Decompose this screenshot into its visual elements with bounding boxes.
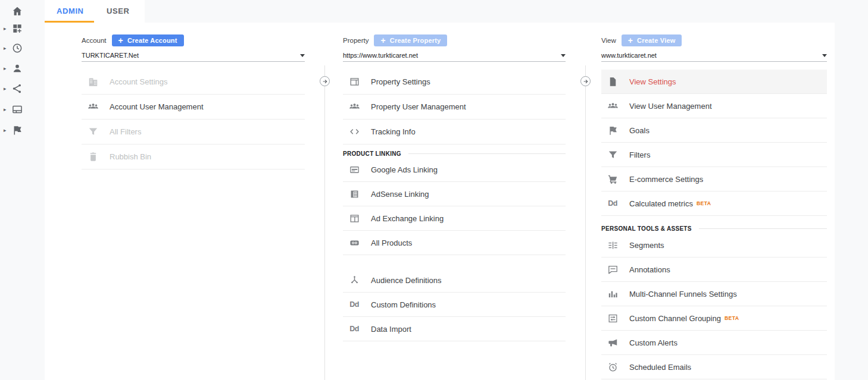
create-account-label: Create Account bbox=[127, 37, 177, 44]
menu-item-scheduled-emails[interactable]: Scheduled Emails bbox=[601, 355, 827, 379]
sidebar-item-conversions[interactable]: ▸ bbox=[4, 124, 42, 137]
go-to-view-arrow-button[interactable] bbox=[580, 76, 591, 86]
property-selected-value: https://www.turkticaret.net bbox=[343, 51, 418, 59]
section-header-label: PERSONAL TOOLS & ASSETS bbox=[601, 225, 692, 232]
alarm-clock-icon bbox=[607, 361, 619, 373]
create-property-button: + Create Property bbox=[374, 34, 447, 46]
menu-item-all-filters: All Filters bbox=[82, 120, 305, 145]
behavior-card-icon bbox=[11, 103, 23, 115]
menu-item-filters[interactable]: Filters bbox=[601, 143, 827, 167]
menu-item-data-import[interactable]: Dd Data Import bbox=[343, 317, 566, 341]
plus-icon: + bbox=[380, 36, 385, 45]
section-header-label: PRODUCT LINKING bbox=[343, 150, 401, 157]
menu-item-calculated-metrics[interactable]: Dd Calculated metrics BETA bbox=[601, 191, 827, 216]
view-selected-value: www.turkticaret.net bbox=[601, 51, 657, 59]
menu-item-tracking-info[interactable]: Tracking Info bbox=[343, 120, 566, 145]
channel-grouping-icon bbox=[607, 312, 619, 324]
all-products-icon bbox=[348, 237, 360, 249]
plus-icon: + bbox=[628, 36, 633, 45]
menu-item-view-user-management[interactable]: View User Management bbox=[601, 94, 827, 118]
menu-item-adsense-linking[interactable]: AdSense Linking bbox=[343, 182, 566, 206]
dd-dimensions-icon: Dd bbox=[607, 197, 619, 209]
menu-item-label: All Products bbox=[371, 238, 412, 247]
funnel-icon bbox=[87, 126, 99, 138]
view-selector-dropdown[interactable]: www.turkticaret.net bbox=[601, 51, 827, 62]
menu-item-label: Segments bbox=[629, 241, 664, 250]
active-tab-underline bbox=[45, 21, 94, 23]
customization-grid-icon bbox=[11, 23, 23, 34]
menu-item-property-user-management[interactable]: Property User Management bbox=[343, 95, 566, 120]
dropdown-caret-icon bbox=[300, 54, 305, 57]
tab-user[interactable]: USER bbox=[107, 0, 130, 21]
column-divider bbox=[324, 65, 325, 380]
sidebar-item-customization[interactable]: ▸ bbox=[4, 22, 42, 35]
chevron-right-icon: ▸ bbox=[4, 127, 10, 133]
property-selector-dropdown[interactable]: https://www.turkticaret.net bbox=[343, 51, 566, 62]
menu-item-label: View User Management bbox=[629, 102, 712, 111]
menu-item-account-user-management[interactable]: Account User Management bbox=[82, 95, 305, 120]
menu-item-ecommerce-settings[interactable]: E-commerce Settings bbox=[601, 167, 827, 191]
menu-item-multi-channel-funnels-settings[interactable]: Multi-Channel Funnels Settings bbox=[601, 282, 827, 306]
menu-item-segments[interactable]: Segments bbox=[601, 233, 827, 257]
speech-bubble-icon bbox=[607, 263, 619, 275]
menu-item-label: Property Settings bbox=[371, 77, 430, 86]
create-account-button[interactable]: + Create Account bbox=[112, 34, 184, 46]
ga-admin-page: ADMIN USER ▸ ▸ ▸ ▸ ▸ ▸ bbox=[0, 0, 868, 380]
ads-card-icon bbox=[348, 164, 360, 175]
document-icon bbox=[607, 76, 619, 87]
branch-icon bbox=[348, 274, 360, 286]
dropdown-caret-icon bbox=[822, 54, 827, 57]
conversions-flag-icon bbox=[11, 124, 23, 136]
building-icon bbox=[87, 76, 99, 88]
menu-item-label: Google Ads Linking bbox=[371, 165, 438, 174]
menu-item-label: Ad Exchange Linking bbox=[371, 214, 444, 223]
menu-item-all-products[interactable]: All Products bbox=[343, 231, 566, 255]
menu-item-label: View Settings bbox=[629, 77, 676, 86]
menu-item-goals[interactable]: Goals bbox=[601, 118, 827, 143]
megaphone-icon bbox=[607, 337, 619, 348]
chevron-right-icon: ▸ bbox=[4, 106, 10, 112]
menu-item-custom-alerts[interactable]: Custom Alerts bbox=[601, 331, 827, 355]
section-personal-tools: PERSONAL TOOLS & ASSETS bbox=[601, 224, 827, 233]
account-column-label: Account bbox=[82, 37, 107, 44]
plus-icon: + bbox=[118, 36, 123, 45]
realtime-clock-icon bbox=[11, 42, 23, 54]
menu-item-property-settings[interactable]: Property Settings bbox=[343, 70, 566, 95]
beta-badge: BETA bbox=[697, 200, 711, 206]
menu-item-view-settings[interactable]: View Settings bbox=[601, 70, 827, 94]
column-divider bbox=[585, 65, 586, 380]
menu-item-rubbish-bin: Rubbish Bin bbox=[82, 145, 305, 169]
section-header-rule bbox=[699, 228, 827, 229]
menu-item-audience-definitions[interactable]: Audience Definitions bbox=[343, 268, 566, 293]
menu-item-custom-definitions[interactable]: Dd Custom Definitions bbox=[343, 293, 566, 317]
sidebar-item-behaviour[interactable]: ▸ bbox=[4, 103, 42, 116]
menu-item-account-settings: Account Settings bbox=[82, 70, 305, 95]
chevron-right-icon: ▸ bbox=[4, 86, 10, 92]
sidebar-item-realtime[interactable]: ▸ bbox=[4, 42, 42, 55]
menu-item-custom-channel-grouping[interactable]: Custom Channel Grouping BETA bbox=[601, 306, 827, 331]
sidebar-item-audience[interactable]: ▸ bbox=[4, 62, 42, 75]
menu-item-label: AdSense Linking bbox=[371, 190, 429, 199]
shopping-cart-icon bbox=[607, 173, 619, 185]
menu-item-label: Data Import bbox=[371, 325, 411, 334]
menu-item-annotations[interactable]: Annotations bbox=[601, 257, 827, 282]
arrow-right-icon bbox=[583, 78, 589, 84]
section-product-linking: PRODUCT LINKING bbox=[343, 149, 566, 158]
sidebar-item-acquisition[interactable]: ▸ bbox=[4, 82, 42, 95]
menu-item-label: Property User Management bbox=[371, 102, 466, 111]
account-selector-dropdown[interactable]: TURKTICARET.Net bbox=[82, 51, 305, 62]
menu-item-google-ads-linking[interactable]: Google Ads Linking bbox=[343, 158, 566, 182]
menu-item-ad-exchange-linking[interactable]: Ad Exchange Linking bbox=[343, 206, 566, 231]
section-header-rule bbox=[408, 153, 566, 154]
menu-item-label: Multi-Channel Funnels Settings bbox=[629, 290, 737, 299]
menu-item-label: Filters bbox=[629, 150, 650, 159]
adsense-list-icon bbox=[348, 188, 360, 200]
segments-icon bbox=[607, 239, 619, 251]
dropdown-caret-icon bbox=[561, 54, 566, 57]
sidebar-item-home[interactable] bbox=[4, 5, 42, 18]
people-group-icon bbox=[87, 101, 99, 113]
tab-admin[interactable]: ADMIN bbox=[57, 0, 84, 21]
menu-item-label: Account Settings bbox=[110, 77, 168, 86]
go-to-property-arrow-button[interactable] bbox=[320, 76, 330, 86]
menu-item-label: Scheduled Emails bbox=[629, 363, 691, 372]
